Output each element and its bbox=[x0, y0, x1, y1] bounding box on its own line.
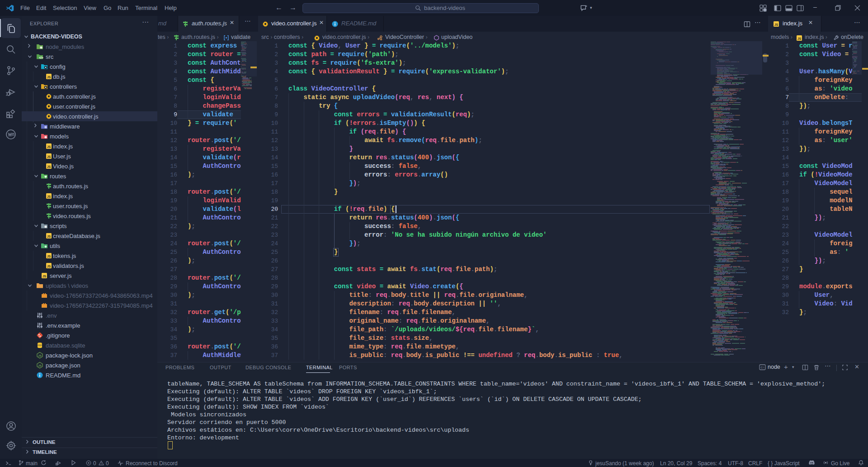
svg-text:C:\: C:\ bbox=[761, 366, 764, 369]
